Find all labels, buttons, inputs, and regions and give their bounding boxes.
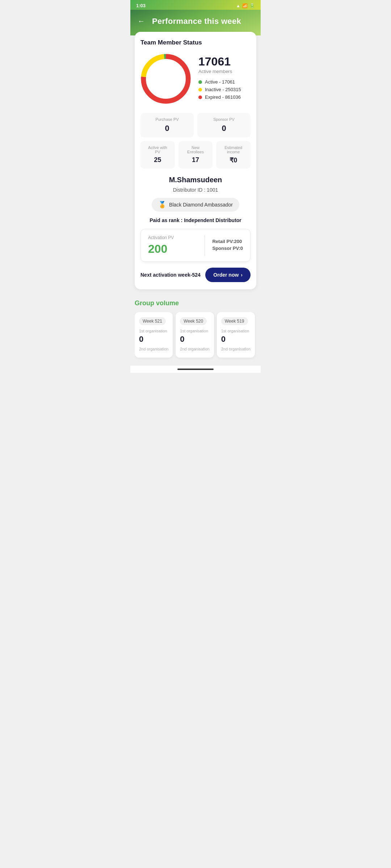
purchase-pv-card: Purchase PV 0: [140, 113, 194, 137]
activation-card: Activation PV 200 Retail PV:200 Sponsor …: [140, 229, 251, 262]
battery-icon: 🔋: [249, 3, 255, 8]
new-enrollees-value: 17: [184, 156, 208, 164]
week-520-label: Week 520: [180, 317, 207, 325]
distributor-id: Distributor ID : 1001: [140, 187, 251, 193]
week-cards: Week 521 1st organisation 0 2nd organisa…: [135, 312, 256, 362]
activation-right: Retail PV:200 Sponsor PV:0: [205, 239, 243, 252]
rank-badge-label: Black Diamond Ambassador: [169, 202, 233, 208]
order-now-button[interactable]: Order now ›: [205, 268, 251, 282]
page-title: Performance this week: [152, 17, 241, 26]
week-520-org1-label: 1st organisation: [180, 329, 209, 333]
member-count: 17061: [198, 56, 251, 67]
week-card-520: Week 520 1st organisation 0 2nd organisa…: [176, 312, 214, 358]
donut-section: 17061 Active members Active - 17061 Inac…: [140, 54, 251, 104]
wifi-icon: ▲: [236, 3, 240, 8]
estimated-income-value: ₹0: [221, 156, 245, 164]
active-with-pv-value: 25: [146, 156, 170, 164]
active-with-pv-card: Active with PV 25: [140, 141, 175, 169]
user-name: M.Shamsudeen: [140, 176, 251, 184]
sponsor-pv-value: 0: [202, 124, 245, 133]
next-activation-week: 524: [192, 272, 200, 278]
legend-section: 17061 Active members Active - 17061 Inac…: [198, 56, 251, 102]
week-520-org2-label: 2nd organisation: [180, 347, 209, 351]
time: 1:03: [136, 3, 146, 8]
estimated-income-label: Estimated income: [221, 145, 245, 154]
sponsor-pv-value: 0: [240, 246, 243, 251]
activation-left: Activation PV 200: [148, 235, 205, 256]
donut-chart: [140, 54, 191, 104]
expired-dot: [198, 95, 202, 99]
week-519-org1-value: 0: [221, 335, 251, 344]
paid-as-rank: Paid as rank : Independent Distributor: [140, 217, 251, 223]
stats-bottom-grid: Active with PV 25 New Enrollees 17 Estim…: [140, 141, 251, 169]
legend-expired-label: Expired - 861036: [205, 94, 241, 100]
retail-pv: Retail PV:200: [212, 239, 243, 244]
active-with-pv-label: Active with PV: [146, 145, 170, 154]
rank-badge: 🏅 Black Diamond Ambassador: [152, 198, 239, 212]
inactive-dot: [198, 88, 202, 92]
home-indicator: [177, 369, 214, 370]
week-521-org2-label: 2nd organisation: [139, 347, 168, 351]
week-card-519: Week 519 1st organisation 0 2nd organisa…: [217, 312, 255, 358]
purchase-pv-value: 0: [146, 124, 189, 133]
group-volume-title: Group volume: [135, 299, 256, 307]
legend-inactive: Inactive - 250315: [198, 87, 251, 92]
activation-label: Activation PV: [148, 235, 197, 240]
order-now-arrow: ›: [241, 272, 243, 278]
bottom-bar: [130, 366, 261, 373]
rank-badge-icon: 🏅: [158, 201, 166, 209]
sponsor-pv-card: Sponsor PV 0: [197, 113, 251, 137]
status-icons: ▲ 📶 🔋: [236, 3, 255, 8]
signal-icon: 📶: [242, 3, 248, 8]
legend-expired: Expired - 861036: [198, 94, 251, 100]
week-519-org1-label: 1st organisation: [221, 329, 251, 333]
active-members-label: Active members: [198, 69, 251, 74]
next-activation-text: Next activation week-524: [140, 272, 201, 278]
legend-active: Active - 17061: [198, 79, 251, 85]
legend-inactive-label: Inactive - 250315: [205, 87, 241, 92]
stats-top-grid: Purchase PV 0 Sponsor PV 0: [140, 113, 251, 137]
active-dot: [198, 80, 202, 84]
new-enrollees-label: New Enrollees: [184, 145, 208, 154]
group-volume-section: Group volume Week 521 1st organisation 0…: [130, 294, 261, 362]
sponsor-pv: Sponsor PV:0: [212, 246, 243, 251]
new-enrollees-card: New Enrollees 17: [178, 141, 213, 169]
week-521-org1-value: 0: [139, 335, 168, 344]
estimated-income-card: Estimated income ₹0: [216, 141, 251, 169]
week-520-org1-value: 0: [180, 335, 209, 344]
activation-value: 200: [148, 242, 197, 256]
purchase-pv-label: Purchase PV: [146, 117, 189, 122]
order-now-label: Order now: [213, 272, 239, 278]
paid-as-rank-value: Independent Distributor: [184, 217, 241, 223]
week-521-label: Week 521: [139, 317, 166, 325]
legend-active-label: Active - 17061: [205, 79, 235, 85]
week-521-org1-label: 1st organisation: [139, 329, 168, 333]
back-button[interactable]: ←: [136, 16, 146, 27]
sponsor-pv-label: Sponsor PV: [202, 117, 245, 122]
week-card-521: Week 521 1st organisation 0 2nd organisa…: [135, 312, 173, 358]
donut-svg: [140, 54, 191, 104]
week-519-label: Week 519: [221, 317, 248, 325]
retail-pv-value: 200: [234, 239, 242, 244]
week-519-org2-label: 2nd organisation: [221, 347, 251, 351]
next-activation: Next activation week-524 Order now ›: [140, 268, 251, 282]
status-bar: 1:03 ▲ 📶 🔋: [130, 0, 261, 10]
team-status-title: Team Member Status: [140, 39, 251, 46]
main-card: Team Member Status 17061 Active members: [135, 32, 256, 289]
